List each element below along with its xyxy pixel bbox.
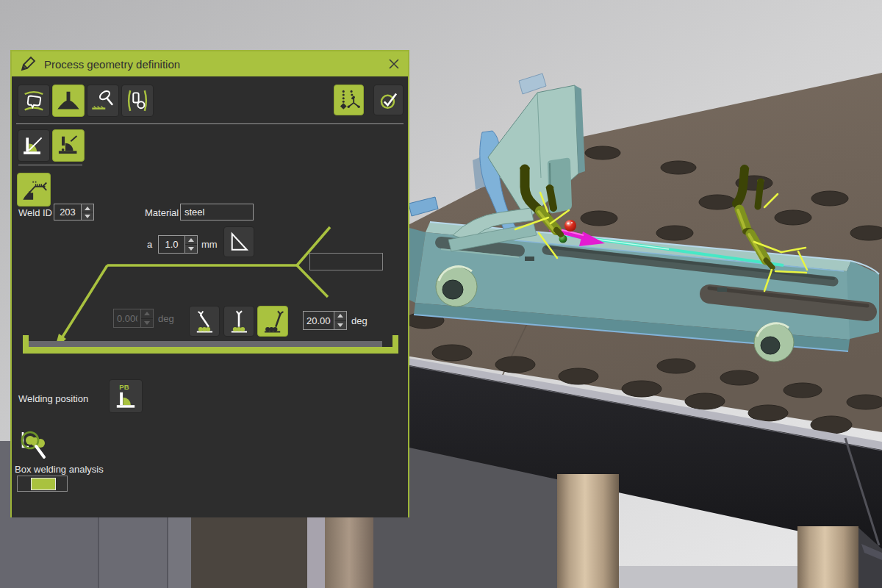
weld-id-label: Weld ID [18,207,52,218]
torch-drag-angle-button[interactable] [257,306,288,337]
grinding-tab-button[interactable] [87,85,119,117]
box-welding-label: Box welding analysis [15,464,104,475]
tjoint-fillet-button[interactable] [18,129,50,162]
divider [18,165,82,165]
welding-position-label: Welding position [18,393,88,404]
material-label: Material [145,207,179,218]
a-unit-label: mm [201,239,218,250]
welding-position-button[interactable]: PB [109,379,143,413]
work-angle-down-button [141,318,153,328]
pencil-icon [19,55,38,73]
toggle-knob [31,478,56,490]
a-down-button[interactable] [185,244,197,253]
highlight [567,223,570,225]
position-badge: PB [119,383,129,391]
weld-id-up-button[interactable] [82,204,93,212]
table-leg [797,526,858,588]
profiles-tab-button[interactable] [121,85,154,117]
a-dimension-input[interactable] [159,236,184,253]
path-points-button[interactable] [334,85,364,115]
process-geometry-dialog: Process geometry definition [10,50,409,517]
torch-perpendicular-button[interactable] [223,306,254,337]
lap-joint-fillet-button[interactable] [52,129,85,162]
throat-triangle-button[interactable] [223,226,254,257]
work-angle-stepper [113,309,154,328]
travel-angle-unit-label: deg [351,315,368,326]
weld-symbol-button[interactable] [17,173,51,207]
divider [16,123,404,124]
weld-id-input[interactable] [54,204,81,220]
travel-angle-input[interactable] [304,312,334,329]
weld-id-stepper [54,204,94,220]
travel-angle-stepper [303,311,347,330]
travel-angle-down-button[interactable] [334,320,346,330]
box-welding-toggle[interactable] [17,476,68,492]
a-dimension-stepper [158,235,198,254]
dialog-title: Process geometry definition [44,58,180,71]
weld-symbol-text-input[interactable] [309,253,383,270]
box-analysis-icon [18,428,50,462]
highlight [571,222,573,223]
application-window: Process geometry definition [0,0,882,588]
close-icon[interactable] [387,57,401,71]
weld-id-down-button[interactable] [82,212,93,220]
a-up-button[interactable] [185,236,197,244]
bushing [754,323,794,362]
base-plate-symbol [23,335,398,354]
weld-start-point[interactable] [564,220,576,232]
table-leg [557,474,619,588]
a-dimension-label: a [147,239,152,250]
work-angle-unit-label: deg [158,313,174,324]
validate-button[interactable] [373,85,404,115]
dialog-body: Weld ID Material a mm [12,76,408,517]
weld-definition-tab-button[interactable] [52,85,85,117]
bushing [436,267,477,306]
work-angle-input [114,309,140,327]
geometry-tab-button[interactable] [18,85,50,117]
work-angle-up-button [141,309,153,318]
dialog-titlebar[interactable]: Process geometry definition [12,51,408,76]
material-input[interactable] [180,204,254,220]
torch-push-angle-button[interactable] [189,306,220,337]
travel-angle-up-button[interactable] [334,312,346,320]
